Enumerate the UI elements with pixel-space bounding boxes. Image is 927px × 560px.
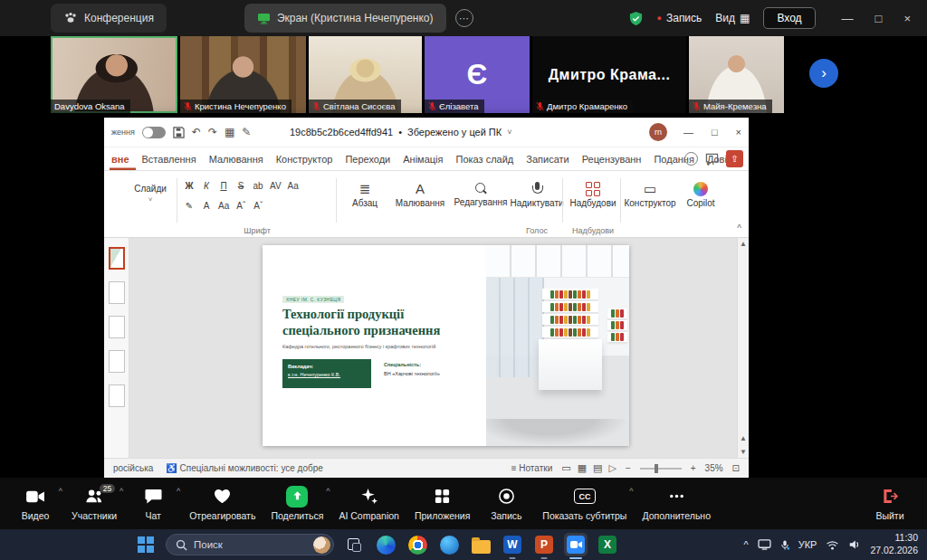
leave-meeting-button[interactable]: Выйти (869, 487, 911, 521)
zoom-app[interactable] (564, 533, 588, 556)
video-button[interactable]: Видео ^ (14, 487, 56, 521)
chat-button[interactable]: Чат ^ (132, 487, 174, 521)
copilot-button[interactable]: Copilot (680, 182, 722, 208)
italic-button[interactable]: К (199, 178, 214, 194)
file-explorer-app[interactable] (469, 533, 492, 556)
ppt-minimize-button[interactable]: — (683, 127, 693, 138)
more-options-button[interactable]: Дополнительно (642, 487, 711, 521)
tab-design[interactable]: Конструктор (270, 149, 339, 170)
editing-button[interactable]: Редагування (452, 182, 510, 207)
slide-sorter-view-button[interactable]: ▦ (578, 462, 587, 474)
tray-mic-icon[interactable] (780, 539, 789, 551)
chevron-up-icon[interactable]: ^ (326, 487, 330, 496)
shrink-font-button[interactable]: Аˇ (251, 198, 265, 214)
more-tabs-button[interactable]: ⋯ (455, 9, 473, 27)
slideshow-button[interactable]: ▷ (608, 462, 616, 474)
paragraph-button[interactable]: ≣ Абзац (341, 182, 388, 208)
chevron-up-icon[interactable]: ^ (119, 487, 123, 496)
addins-button[interactable]: Надбудови (568, 182, 618, 208)
redo-icon[interactable]: ↷ (208, 126, 217, 138)
clear-format-button[interactable]: Аа (216, 198, 231, 214)
word-app[interactable]: W (501, 533, 524, 556)
tab-draw[interactable]: Малювання (203, 149, 270, 170)
blue-app[interactable] (437, 533, 461, 556)
apps-button[interactable]: Приложения (415, 487, 470, 521)
captions-button[interactable]: CC Показать субтитры ^ (542, 487, 626, 521)
next-slide-button[interactable]: ▼ (738, 448, 749, 456)
zoom-slider[interactable] (640, 468, 682, 470)
accessibility-status[interactable]: ♿ Спеціальні можливості: усе добре (166, 463, 323, 473)
tray-chevron-up[interactable]: ^ (744, 539, 749, 550)
participant-tile[interactable]: Майя-Кремезна (689, 36, 784, 113)
taskbar-clock[interactable]: 11:30 27.02.2026 (870, 532, 918, 556)
participants-button[interactable]: Участники 25 ^ (72, 487, 117, 521)
account-avatar[interactable]: rn (649, 123, 667, 141)
character-spacing-button[interactable]: ab (251, 178, 265, 194)
tab-insert[interactable]: Вставлення (136, 149, 203, 170)
zoom-level[interactable]: 35% (705, 463, 723, 473)
view-button[interactable]: Вид ▦ (715, 12, 750, 24)
chevron-up-icon[interactable]: ^ (177, 487, 180, 496)
pen-icon[interactable]: ✎ (242, 126, 251, 138)
tab-animations[interactable]: Анімація (397, 149, 449, 170)
dictate-button[interactable]: Надиктувати (513, 182, 560, 208)
excel-app[interactable]: X (596, 533, 619, 556)
ppt-close-button[interactable]: × (736, 127, 741, 138)
participant-tile[interactable]: Кристина Нечепуренко (180, 36, 306, 113)
display-icon[interactable] (758, 539, 771, 550)
chevron-up-icon[interactable]: ^ (59, 487, 62, 496)
save-icon[interactable] (173, 127, 185, 138)
autosave-toggle[interactable] (142, 127, 166, 138)
slides-dropdown-button[interactable]: Слайди ˅ (128, 184, 173, 204)
font-color-button[interactable]: А (199, 198, 214, 214)
volume-icon[interactable] (848, 539, 861, 550)
scroll-up-icon[interactable]: ▲ (738, 240, 749, 248)
participant-tile[interactable]: Davydova Oksana (51, 36, 177, 113)
security-shield-icon[interactable] (628, 11, 644, 26)
taskbar-search[interactable]: Поиск (166, 534, 334, 555)
slide-thumbnail-3[interactable] (109, 316, 125, 338)
zoom-out-button[interactable]: − (626, 463, 631, 473)
document-title[interactable]: 19c8b5c2b6ced4ffd941 • Збережено у цей П… (290, 127, 511, 138)
react-button[interactable]: Отреагировать (189, 487, 255, 521)
bold-button[interactable]: Ж (182, 178, 196, 194)
underline-button[interactable]: П (216, 178, 231, 194)
participant-tile[interactable]: Дмитро Крама... Дмитро Крамаренко (532, 36, 686, 113)
share-presentation-button[interactable]: ⇪ (726, 150, 743, 167)
task-view-button[interactable] (342, 533, 366, 556)
participant-tile[interactable]: Є Єлізавета (425, 36, 530, 113)
slide-thumbnail-4[interactable] (109, 350, 125, 373)
tab-home[interactable]: вне (110, 149, 136, 170)
ppt-restore-button[interactable]: □ (712, 127, 718, 138)
collapse-ribbon-icon[interactable]: ^ (737, 223, 741, 233)
notes-button[interactable]: ≡ Нотатки (511, 463, 553, 473)
language-indicator[interactable]: УКР (798, 539, 817, 550)
strikethrough-button[interactable]: S (234, 178, 248, 194)
highlight-button[interactable]: ✎ (182, 198, 196, 214)
close-button[interactable]: × (903, 12, 911, 25)
powerpoint-app[interactable]: P (532, 533, 556, 556)
text-effects-button[interactable]: AV (268, 178, 283, 194)
minimize-button[interactable]: — (842, 12, 854, 25)
comments-icon[interactable] (705, 153, 719, 166)
tab-transitions[interactable]: Переходи (339, 149, 397, 170)
change-case-button[interactable]: Aa (286, 178, 301, 194)
record-button[interactable]: Запись (485, 487, 527, 521)
undo-icon[interactable]: ↶ (192, 126, 201, 138)
start-button[interactable] (134, 533, 158, 556)
normal-view-button[interactable]: ▭ (561, 462, 570, 474)
previous-slide-button[interactable]: ▲ (738, 435, 749, 443)
chrome-app[interactable] (406, 533, 429, 556)
edge-app[interactable] (374, 533, 397, 556)
search-highlight-image[interactable] (313, 536, 330, 554)
slide-thumbnail-2[interactable] (109, 281, 125, 304)
tab-review[interactable]: Рецензуванн (576, 149, 648, 170)
proofing-language[interactable]: російська (113, 463, 153, 473)
ai-companion-button[interactable]: AI Companion (339, 487, 399, 521)
tab-slideshow[interactable]: Показ слайд (449, 149, 520, 170)
slide-thumbnail-5[interactable] (109, 384, 125, 407)
grow-font-button[interactable]: Аˆ (234, 198, 248, 214)
drawing-button[interactable]: А Малювання (392, 182, 448, 208)
slide[interactable]: ХНЕУ ІМ. С. КУЗНЕЦЯ Технології продукції… (263, 245, 629, 446)
tab-meeting-home[interactable]: Конференция (51, 4, 167, 33)
